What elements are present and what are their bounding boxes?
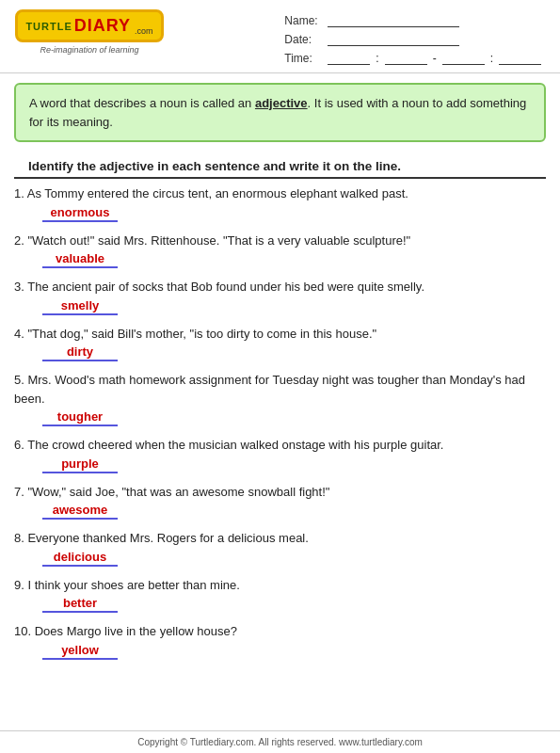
logo-diary-text: DIARY — [74, 16, 131, 36]
answer-line: tougher — [14, 409, 546, 426]
answer-word: enormous — [42, 205, 118, 222]
answer-line: valuable — [14, 251, 546, 268]
question-text: 8. Everyone thanked Mrs. Rogers for a de… — [14, 529, 546, 548]
question-text: 7. "Wow," said Joe, "that was an awesome… — [14, 483, 546, 502]
answer-line: dirty — [14, 344, 546, 361]
date-label: Date: — [284, 33, 322, 46]
logo-com-text: .com — [135, 26, 153, 36]
answer-word: better — [42, 596, 118, 613]
instructions: Identify the adjective in each sentence … — [14, 152, 546, 179]
time-sep-3: : — [490, 52, 493, 65]
logo-box: TURTLE DIARY .com — [15, 9, 163, 42]
instructions-text: Identify the adjective in each sentence … — [28, 159, 401, 173]
answer-line: yellow — [14, 643, 546, 660]
logo-turtle-text: TURTLE — [25, 21, 72, 32]
time-line-4 — [499, 52, 541, 65]
info-box: A word that describes a noun is called a… — [14, 83, 546, 142]
question-text: 10. Does Margo live in the yellow house? — [14, 622, 546, 641]
time-label: Time: — [284, 52, 322, 65]
time-line-2 — [385, 52, 427, 65]
answer-word: valuable — [42, 251, 118, 268]
answer-word: purple — [42, 457, 118, 473]
question-item: 5. Mrs. Wood's math homework assignment … — [14, 371, 546, 426]
time-line-1 — [328, 52, 370, 65]
question-text: 9. I think your shoes are better than mi… — [14, 576, 546, 595]
info-keyword: adjective — [255, 96, 308, 110]
answer-word: tougher — [42, 409, 118, 426]
info-text-before: A word that describes a noun is called a… — [29, 96, 255, 110]
answer-line: awesome — [14, 503, 546, 520]
question-text: 6. The crowd cheered when the musician w… — [14, 436, 546, 455]
question-text: 4. "That dog," said Bill's mother, "is t… — [14, 325, 546, 344]
answer-line: smelly — [14, 298, 546, 315]
name-line — [328, 14, 459, 27]
answer-word: dirty — [42, 344, 118, 361]
question-item: 9. I think your shoes are better than mi… — [14, 576, 546, 614]
footer-text: Copyright © Turtlediary.com. All rights … — [137, 737, 423, 747]
logo-subtitle: Re-imagination of learning — [40, 45, 138, 55]
answer-line: purple — [14, 457, 546, 473]
answer-line: delicious — [14, 550, 546, 567]
header: TURTLE DIARY .com Re-imagination of lear… — [0, 0, 560, 73]
question-item: 3. The ancient pair of socks that Bob fo… — [14, 278, 546, 315]
date-line — [328, 33, 459, 46]
answer-word: delicious — [42, 550, 118, 567]
question-item: 1. As Tommy entered the circus tent, an … — [14, 184, 546, 222]
question-item: 6. The crowd cheered when the musician w… — [14, 436, 546, 473]
time-line-3 — [442, 52, 485, 65]
question-item: 2. "Watch out!" said Mrs. Rittenhouse. "… — [14, 232, 546, 269]
name-label: Name: — [284, 14, 322, 27]
time-sep-2: - — [433, 52, 437, 65]
question-text: 1. As Tommy entered the circus tent, an … — [14, 184, 546, 203]
answer-word: smelly — [42, 298, 118, 315]
answer-line: better — [14, 596, 546, 613]
header-fields: Name: Date: Time: : - : — [284, 9, 541, 65]
question-item: 8. Everyone thanked Mrs. Rogers for a de… — [14, 529, 546, 567]
answer-word: yellow — [42, 643, 118, 660]
question-item: 10. Does Margo live in the yellow house?… — [14, 622, 546, 660]
question-text: 5. Mrs. Wood's math homework assignment … — [14, 371, 546, 408]
time-row: Time: : - : — [284, 52, 541, 65]
question-item: 7. "Wow," said Joe, "that was an awesome… — [14, 483, 546, 521]
answer-word: awesome — [42, 503, 118, 520]
questions-container: 1. As Tommy entered the circus tent, an … — [0, 179, 560, 688]
time-sep-1: : — [376, 52, 378, 65]
footer: Copyright © Turtlediary.com. All rights … — [0, 730, 560, 753]
logo-area: TURTLE DIARY .com Re-imagination of lear… — [14, 9, 165, 55]
question-text: 3. The ancient pair of socks that Bob fo… — [14, 278, 546, 296]
name-row: Name: — [284, 14, 541, 27]
question-text: 2. "Watch out!" said Mrs. Rittenhouse. "… — [14, 232, 546, 250]
date-row: Date: — [284, 33, 541, 46]
question-item: 4. "That dog," said Bill's mother, "is t… — [14, 325, 546, 362]
answer-line: enormous — [14, 205, 546, 222]
